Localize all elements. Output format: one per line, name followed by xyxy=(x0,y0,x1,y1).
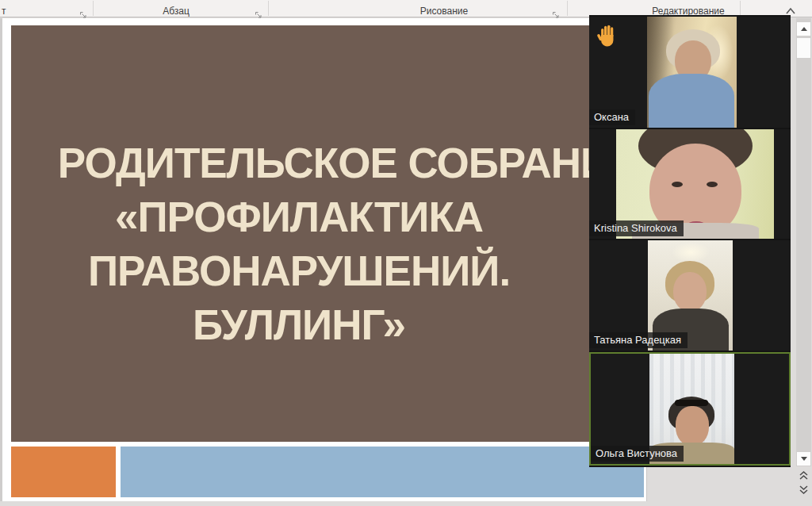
participant-tile-olga-vistunova-active-speaker[interactable]: Ольга Вистунова xyxy=(589,352,791,466)
participant-name-label: Татьяна Радецкая xyxy=(589,332,688,348)
ribbon-separator xyxy=(268,1,269,16)
participant-tile-kristina-shirokova[interactable]: Kristina Shirokova xyxy=(589,129,791,239)
participant-name-label: Ольга Вистунова xyxy=(591,446,684,462)
ribbon-group-drawing-label: Рисование xyxy=(420,6,468,17)
slide-canvas[interactable]: РОДИТЕЛЬСКОЕ СОБРАНИ «ПРОФИЛАКТИКА ПРАВО… xyxy=(2,18,646,501)
scroll-down-button[interactable] xyxy=(797,452,810,466)
slide-title-line: ПРАВОНАРУШЕНИЙ. xyxy=(18,244,580,298)
ribbon-separator xyxy=(93,1,94,16)
ribbon-separator xyxy=(567,1,568,16)
scroll-up-button[interactable] xyxy=(797,22,810,36)
slide-title-textbox[interactable]: РОДИТЕЛЬСКОЕ СОБРАНИ «ПРОФИЛАКТИКА ПРАВО… xyxy=(18,136,580,352)
application-window: т Абзац Рисование Редактирование РОДИТЕЛ… xyxy=(0,0,812,506)
dialog-launcher-icon-drawing[interactable] xyxy=(552,8,560,16)
participant-video xyxy=(647,17,737,128)
dialog-launcher-icon-font[interactable] xyxy=(79,8,87,16)
slide-title-background-shape[interactable]: РОДИТЕЛЬСКОЕ СОБРАНИ «ПРОФИЛАКТИКА ПРАВО… xyxy=(11,25,638,442)
vertical-scrollbar[interactable] xyxy=(796,18,811,466)
raised-hand-icon xyxy=(597,23,618,48)
participant-tile-oksana[interactable]: Оксана xyxy=(589,17,791,128)
ribbon-group-paragraph-label: Абзац xyxy=(163,6,190,17)
slide-title-line: БУЛЛИНГ» xyxy=(18,298,580,352)
slide-accent-bar-blue[interactable] xyxy=(121,447,644,497)
slide-title-line: «ПРОФИЛАКТИКА xyxy=(18,190,580,244)
scrollbar-thumb[interactable] xyxy=(797,38,810,58)
video-panel: Оксана Kristina Shirokova Татьяна Радецк… xyxy=(589,15,791,467)
slide-title-line: РОДИТЕЛЬСКОЕ СОБРАНИ xyxy=(53,136,615,190)
next-slide-button[interactable] xyxy=(798,484,810,494)
participant-name-label: Kristina Shirokova xyxy=(589,220,684,236)
window-bottom-edge xyxy=(0,501,812,506)
dialog-launcher-icon-paragraph[interactable] xyxy=(255,8,262,16)
participant-name-label: Оксана xyxy=(589,109,635,125)
slide-accent-bar-orange[interactable] xyxy=(11,447,116,497)
ribbon-separator xyxy=(740,1,741,16)
previous-slide-button[interactable] xyxy=(798,470,810,480)
collapse-ribbon-icon[interactable] xyxy=(785,5,796,14)
ribbon-group-font-label: т xyxy=(2,6,6,17)
participant-tile-tatyana-radetskaya[interactable]: Татьяна Радецкая xyxy=(589,240,791,351)
